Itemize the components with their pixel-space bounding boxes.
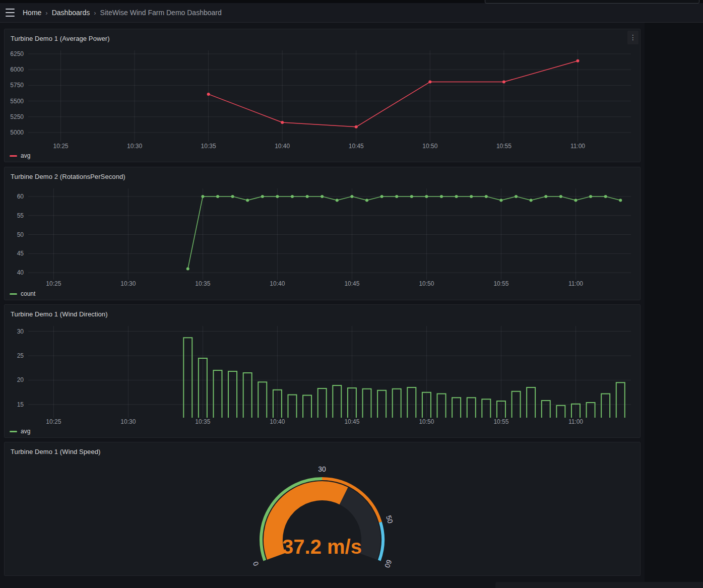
legend-item-count[interactable]: count [10,290,35,297]
top-edge-strip [0,0,703,3]
svg-text:50: 50 [385,514,395,525]
legend-label: avg [21,152,30,159]
svg-text:10:35: 10:35 [195,418,210,425]
svg-text:50: 50 [17,231,24,238]
breadcrumb-current-page: SiteWise Wind Farm Demo Dashboard [100,9,222,17]
breadcrumb-dashboards-link[interactable]: Dashboards [52,9,90,17]
svg-text:10:50: 10:50 [422,143,437,150]
right-edge-strip [645,23,703,588]
svg-text:45: 45 [17,250,24,257]
chevron-right-icon: › [45,9,47,17]
svg-text:10:40: 10:40 [270,280,285,287]
legend: count [10,290,35,297]
svg-text:37.2 m/s: 37.2 m/s [282,536,362,558]
svg-text:10:35: 10:35 [195,280,210,287]
svg-text:20: 20 [17,376,24,383]
wind-speed-gauge[interactable]: 030506037.2 m/s [5,461,640,574]
svg-text:10:25: 10:25 [53,143,68,150]
average-power-line-chart[interactable]: 50005250550057506000625010:2510:3010:351… [5,48,640,151]
legend: avg [10,428,30,435]
svg-text:30: 30 [318,465,326,473]
panel-title[interactable]: Turbine Demo 2 (RotationsPerSecond) [5,167,640,180]
breadcrumb-home-link[interactable]: Home [23,9,41,17]
chevron-right-icon: › [94,9,96,17]
panel-wind-direction: Turbine Demo 1 (Wind Direction) 15202530… [4,304,641,438]
panel-title[interactable]: Turbine Demo 1 (Wind Speed) [5,442,640,455]
rotations-per-second-line-chart[interactable]: 404550556010:2510:3010:3510:4010:4510:50… [5,186,640,289]
svg-text:10:45: 10:45 [349,143,364,150]
top-navigation-bar: Home › Dashboards › SiteWise Wind Farm D… [0,3,703,23]
panel-wind-speed-gauge: Turbine Demo 1 (Wind Speed) 030506037.2 … [4,442,641,576]
svg-text:10:55: 10:55 [493,280,508,287]
svg-text:6000: 6000 [10,66,24,73]
panel-menu-kebab-icon[interactable]: ⋮ [627,31,638,44]
svg-text:25: 25 [17,352,24,359]
legend: avg [10,152,30,159]
svg-text:10:50: 10:50 [419,280,434,287]
legend-color-dash [10,431,17,432]
svg-text:5250: 5250 [10,113,24,120]
legend-color-dash [10,293,17,295]
svg-text:55: 55 [17,212,24,219]
svg-text:5750: 5750 [10,82,24,89]
panel-header: Turbine Demo 1 (Wind Speed) [5,442,640,461]
svg-text:60: 60 [383,559,393,569]
svg-text:10:25: 10:25 [46,418,61,425]
svg-text:10:30: 10:30 [120,418,136,425]
svg-text:10:45: 10:45 [344,418,359,425]
svg-text:10:40: 10:40 [275,143,290,150]
wind-direction-bar-chart[interactable]: 1520253010:2510:3010:3510:4010:4510:5010… [5,323,640,427]
svg-text:5500: 5500 [10,98,24,105]
svg-text:60: 60 [17,193,24,200]
panel-header: Turbine Demo 1 (Wind Direction) [5,305,640,323]
svg-text:10:45: 10:45 [344,280,359,287]
svg-text:10:35: 10:35 [201,143,216,150]
legend-label: avg [21,428,30,435]
legend-label: count [21,290,35,297]
svg-text:10:55: 10:55 [493,418,508,425]
panel-header: Turbine Demo 2 (RotationsPerSecond) [5,167,640,186]
svg-text:10:25: 10:25 [46,280,61,287]
svg-text:40: 40 [17,269,24,276]
legend-color-dash [10,155,17,157]
menu-toggle-icon[interactable] [6,9,16,17]
svg-text:11:00: 11:00 [570,143,585,150]
panel-rotations-per-second: Turbine Demo 2 (RotationsPerSecond) 4045… [4,167,641,300]
svg-text:11:00: 11:00 [568,280,583,287]
svg-text:6250: 6250 [10,50,24,57]
svg-text:0: 0 [251,560,261,567]
svg-text:11:00: 11:00 [568,418,583,425]
svg-text:30: 30 [17,328,24,335]
breadcrumb: Home › Dashboards › SiteWise Wind Farm D… [23,9,222,17]
panel-average-power: Turbine Demo 1 (Average Power) ⋮ 5000525… [4,29,641,162]
svg-text:10:30: 10:30 [127,143,142,150]
legend-item-avg[interactable]: avg [10,428,30,435]
legend-item-avg[interactable]: avg [10,152,30,159]
top-right-cutoff-element [485,0,699,4]
svg-text:10:30: 10:30 [120,280,136,287]
bottom-right-cutoff-element [495,582,703,588]
panel-title[interactable]: Turbine Demo 1 (Wind Direction) [5,305,640,318]
svg-text:15: 15 [17,401,24,408]
svg-text:10:40: 10:40 [270,418,285,425]
svg-text:10:50: 10:50 [419,418,434,425]
svg-text:5000: 5000 [10,129,24,136]
panel-title[interactable]: Turbine Demo 1 (Average Power) [5,29,640,42]
svg-text:10:55: 10:55 [496,143,512,150]
panel-header: Turbine Demo 1 (Average Power) ⋮ [5,29,640,48]
